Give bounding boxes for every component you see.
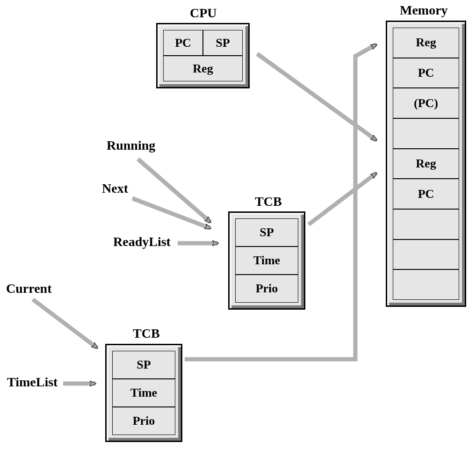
cpu-reg-cell: Reg bbox=[163, 56, 243, 81]
memory-title: Memory bbox=[400, 3, 448, 18]
tcb1-sp-cell: SP bbox=[235, 218, 298, 247]
memory-cell-4: Reg bbox=[393, 149, 459, 179]
memory-cell-3 bbox=[393, 118, 459, 149]
arrow-current bbox=[33, 299, 97, 348]
current-label: Current bbox=[6, 281, 51, 296]
memory-cell-7 bbox=[393, 239, 459, 270]
arrow-next bbox=[132, 198, 210, 228]
memory-cell-0: Reg bbox=[393, 28, 459, 58]
memory-cell-1: PC bbox=[393, 58, 459, 88]
running-label: Running bbox=[107, 138, 155, 153]
cpu-sp-cell: SP bbox=[203, 30, 243, 56]
cpu-box: PC SP Reg bbox=[156, 23, 250, 88]
memory-cell-5: PC bbox=[393, 179, 459, 209]
next-label: Next bbox=[102, 181, 128, 196]
arrow-cpu-memory bbox=[257, 54, 376, 140]
tcb1-prio-cell: Prio bbox=[235, 275, 298, 303]
tcb1-box: SP Time Prio bbox=[228, 211, 305, 310]
timelist-label: TimeList bbox=[7, 375, 58, 390]
tcb2-sp-cell: SP bbox=[112, 351, 175, 379]
tcb2-title: TCB bbox=[133, 326, 160, 341]
cpu-pc-cell: PC bbox=[163, 30, 203, 56]
memory-cell-8 bbox=[393, 269, 459, 300]
readylist-label: ReadyList bbox=[113, 234, 171, 249]
memory-cell-6 bbox=[393, 209, 459, 239]
tcb1-title: TCB bbox=[255, 194, 282, 209]
memory-box: RegPC(PC)RegPC bbox=[386, 21, 466, 307]
arrow-running bbox=[138, 159, 210, 222]
tcb2-prio-cell: Prio bbox=[112, 407, 175, 435]
memory-cell-2: (PC) bbox=[393, 88, 459, 118]
arrow-tcb1-memory bbox=[309, 173, 376, 225]
cpu-title: CPU bbox=[190, 6, 217, 21]
tcb2-box: SP Time Prio bbox=[105, 344, 182, 442]
tcb1-time-cell: Time bbox=[235, 247, 298, 275]
tcb2-time-cell: Time bbox=[112, 379, 175, 407]
